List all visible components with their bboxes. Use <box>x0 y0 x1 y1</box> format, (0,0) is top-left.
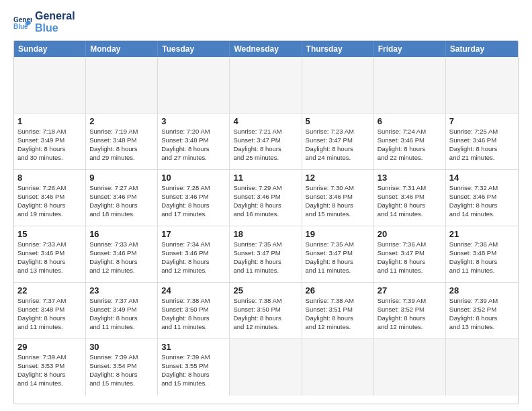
daylight2: and 11 minutes. <box>449 267 515 275</box>
header-saturday: Saturday <box>446 41 518 57</box>
daylight: Daylight: 8 hours <box>161 201 226 210</box>
daylight: Daylight: 8 hours <box>17 314 82 323</box>
week-row-1: 1 Sunrise: 7:18 AM Sunset: 3:49 PM Dayli… <box>14 113 518 170</box>
day-number: 15 <box>17 229 82 239</box>
sunrise: Sunrise: 7:29 AM <box>233 184 298 193</box>
sunrise: Sunrise: 7:38 AM <box>161 297 226 306</box>
sunset: Sunset: 3:47 PM <box>233 249 298 258</box>
daylight: Daylight: 8 hours <box>17 145 82 154</box>
day-number: 4 <box>233 116 298 126</box>
daylight2: and 11 minutes. <box>161 323 226 332</box>
logo-icon: General Blue <box>13 13 32 32</box>
daylight: Daylight: 8 hours <box>233 258 298 267</box>
daylight: Daylight: 8 hours <box>449 201 515 210</box>
sunset: Sunset: 3:50 PM <box>161 306 226 314</box>
cal-cell-5-6 <box>446 339 518 396</box>
sunrise: Sunrise: 7:30 AM <box>306 184 370 193</box>
day-number: 31 <box>161 342 226 352</box>
daylight: Daylight: 8 hours <box>161 314 226 323</box>
logo-blue: Blue <box>35 22 75 34</box>
day-number: 30 <box>89 342 154 352</box>
sunset: Sunset: 3:46 PM <box>17 249 82 258</box>
week-row-2: 8 Sunrise: 7:26 AM Sunset: 3:46 PM Dayli… <box>14 170 518 226</box>
cal-cell-0-3 <box>230 57 302 113</box>
week-row-3: 15 Sunrise: 7:33 AM Sunset: 3:46 PM Dayl… <box>14 226 518 283</box>
day-number: 24 <box>161 285 226 295</box>
cal-cell-3-2: 17 Sunrise: 7:34 AM Sunset: 3:46 PM Dayl… <box>158 226 230 282</box>
daylight: Daylight: 8 hours <box>89 145 154 154</box>
sunset: Sunset: 3:48 PM <box>161 136 226 145</box>
sunrise: Sunrise: 7:39 AM <box>378 297 442 306</box>
daylight2: and 22 minutes. <box>378 154 442 163</box>
header-tuesday: Tuesday <box>158 41 230 57</box>
header-friday: Friday <box>374 41 446 57</box>
daylight2: and 11 minutes. <box>233 267 298 275</box>
daylight: Daylight: 8 hours <box>306 201 370 210</box>
daylight: Daylight: 8 hours <box>306 258 370 267</box>
sunrise: Sunrise: 7:25 AM <box>449 128 515 136</box>
day-number: 17 <box>161 229 226 239</box>
cal-cell-1-2: 3 Sunrise: 7:20 AM Sunset: 3:48 PM Dayli… <box>158 113 230 169</box>
sunset: Sunset: 3:47 PM <box>378 249 442 258</box>
day-number: 8 <box>17 173 82 183</box>
sunset: Sunset: 3:47 PM <box>306 249 370 258</box>
day-number: 19 <box>306 229 370 239</box>
daylight2: and 16 minutes. <box>233 210 298 219</box>
sunset: Sunset: 3:49 PM <box>17 136 82 145</box>
daylight2: and 13 minutes. <box>449 323 515 332</box>
daylight2: and 15 minutes. <box>161 379 226 388</box>
cal-cell-4-1: 23 Sunrise: 7:37 AM Sunset: 3:49 PM Dayl… <box>86 283 158 338</box>
day-number: 12 <box>306 173 370 183</box>
sunrise: Sunrise: 7:37 AM <box>17 297 82 306</box>
week-row-0 <box>14 57 518 113</box>
cal-cell-4-4: 26 Sunrise: 7:38 AM Sunset: 3:51 PM Dayl… <box>302 283 374 338</box>
cal-cell-5-5 <box>374 339 446 396</box>
day-number: 25 <box>233 285 298 295</box>
day-number: 16 <box>89 229 154 239</box>
cal-cell-1-1: 2 Sunrise: 7:19 AM Sunset: 3:48 PM Dayli… <box>86 113 158 169</box>
sunset: Sunset: 3:46 PM <box>233 193 298 201</box>
sunset: Sunset: 3:52 PM <box>449 306 515 314</box>
day-number: 10 <box>161 173 226 183</box>
day-number: 26 <box>306 285 370 295</box>
daylight2: and 12 minutes. <box>378 323 442 332</box>
sunset: Sunset: 3:47 PM <box>306 136 370 145</box>
week-row-5: 29 Sunrise: 7:39 AM Sunset: 3:53 PM Dayl… <box>14 339 518 396</box>
sunrise: Sunrise: 7:21 AM <box>233 128 298 136</box>
header: General Blue General Blue <box>13 10 519 34</box>
cal-cell-2-3: 11 Sunrise: 7:29 AM Sunset: 3:46 PM Dayl… <box>230 170 302 226</box>
sunset: Sunset: 3:48 PM <box>449 249 515 258</box>
cal-cell-2-4: 12 Sunrise: 7:30 AM Sunset: 3:46 PM Dayl… <box>302 170 374 226</box>
sunset: Sunset: 3:46 PM <box>378 136 442 145</box>
sunrise: Sunrise: 7:31 AM <box>378 184 442 193</box>
daylight: Daylight: 8 hours <box>449 258 515 267</box>
daylight2: and 11 minutes. <box>378 267 442 275</box>
sunset: Sunset: 3:48 PM <box>17 306 82 314</box>
cal-cell-1-5: 6 Sunrise: 7:24 AM Sunset: 3:46 PM Dayli… <box>374 113 446 169</box>
sunrise: Sunrise: 7:36 AM <box>449 240 515 249</box>
sunrise: Sunrise: 7:33 AM <box>89 240 154 249</box>
sunrise: Sunrise: 7:33 AM <box>17 240 82 249</box>
cal-cell-0-4 <box>302 57 374 113</box>
sunrise: Sunrise: 7:35 AM <box>233 240 298 249</box>
sunset: Sunset: 3:47 PM <box>233 136 298 145</box>
header-wednesday: Wednesday <box>230 41 302 57</box>
day-number: 23 <box>89 285 154 295</box>
day-number: 6 <box>378 116 442 126</box>
day-number: 9 <box>89 173 154 183</box>
day-number: 13 <box>378 173 442 183</box>
sunset: Sunset: 3:48 PM <box>89 136 154 145</box>
daylight: Daylight: 8 hours <box>89 314 154 323</box>
cal-cell-4-3: 25 Sunrise: 7:38 AM Sunset: 3:50 PM Dayl… <box>230 283 302 338</box>
sunset: Sunset: 3:46 PM <box>161 193 226 201</box>
sunrise: Sunrise: 7:28 AM <box>161 184 226 193</box>
sunrise: Sunrise: 7:38 AM <box>306 297 370 306</box>
day-number: 2 <box>89 116 154 126</box>
daylight: Daylight: 8 hours <box>233 201 298 210</box>
sunset: Sunset: 3:46 PM <box>17 193 82 201</box>
daylight: Daylight: 8 hours <box>378 145 442 154</box>
cal-cell-2-2: 10 Sunrise: 7:28 AM Sunset: 3:46 PM Dayl… <box>158 170 230 226</box>
sunrise: Sunrise: 7:18 AM <box>17 128 82 136</box>
daylight2: and 15 minutes. <box>89 379 154 388</box>
daylight2: and 25 minutes. <box>233 154 298 163</box>
